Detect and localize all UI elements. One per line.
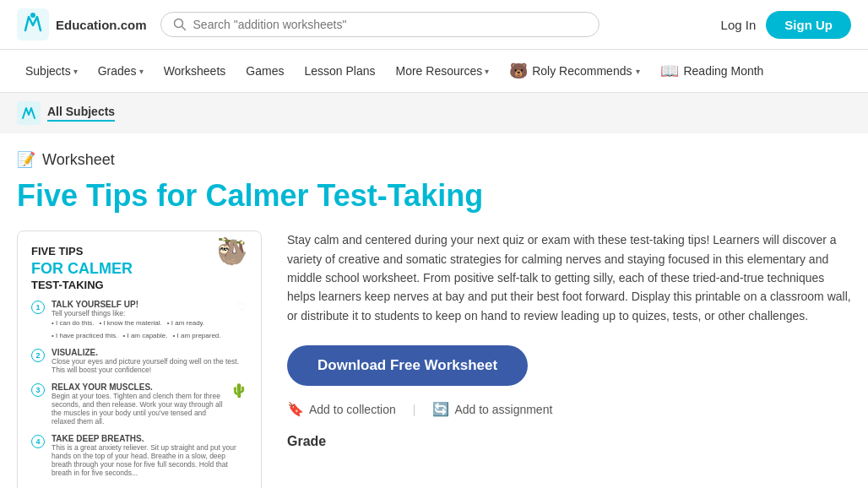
breadcrumb-icon [17,101,41,125]
roly-icon: 🐻 [509,62,528,80]
subjects-arrow-icon: ▾ [73,67,78,76]
breadcrumb-bar: All Subjects [0,93,868,133]
site-header: Education.com Log In Sign Up [0,0,868,50]
download-button[interactable]: Download Free Worksheet [287,345,528,386]
preview-card: 🦥 FIVE TIPS FOR CALMER TEST-TAKING 1 TAL… [17,230,262,488]
signup-button[interactable]: Sign Up [766,11,851,39]
site-logo[interactable]: Education.com [17,8,147,41]
header-actions: Log In Sign Up [721,11,851,39]
nav-more-resources[interactable]: More Resources ▾ [387,52,497,89]
main-content: 📝 Worksheet Five Tips for Calmer Test-Ta… [0,133,868,488]
preview-item-4-sub: This is a great anxiety reliever. Sit up… [52,443,247,477]
more-resources-arrow-icon: ▾ [485,67,489,76]
worksheet-icon: 📝 [17,150,35,169]
breadcrumb-label[interactable]: All Subjects [47,105,115,122]
preview-item-1-sub: Tell yourself things like: [52,309,230,317]
right-content: Stay calm and centered during your next … [287,230,851,488]
nav-subjects[interactable]: Subjects ▾ [17,52,86,89]
preview-item-4: 4 TAKE DEEP BREATHS. This is a great anx… [31,434,247,477]
add-to-assignment-label: Add to assignment [454,403,552,416]
preview-item-1: 1 TALK YOURSELF UP! Tell yourself things… [31,300,247,339]
grade-label: Grade [287,434,851,449]
preview-item-3-title: RELAX YOUR MUSCLES. [52,382,224,392]
add-to-collection-label: Add to collection [309,403,396,416]
nav-reading-month[interactable]: 📖 Reading Month [652,50,772,92]
search-bar[interactable] [160,12,599,37]
preview-item-2-title: VISUALIZE. [52,348,247,357]
action-divider: | [413,403,416,416]
logo-text: Education.com [56,18,147,32]
collection-icon: 🔖 [287,401,304,417]
nav-lesson-plans[interactable]: Lesson Plans [296,52,383,89]
description-text: Stay calm and centered during your next … [287,230,851,325]
sloth-icon: 🦥 [216,236,247,266]
search-icon [173,18,187,31]
action-links: 🔖 Add to collection | 🔄 Add to assignmen… [287,401,851,417]
add-to-collection-link[interactable]: 🔖 Add to collection [287,401,396,417]
resource-type-label: 📝 Worksheet [17,150,851,169]
svg-point-1 [30,13,35,18]
page-title: Five Tips for Calmer Test-Taking [17,177,851,214]
login-button[interactable]: Log In [721,18,757,32]
preview-item-3: 3 RELAX YOUR MUSCLES. Begin at your toes… [31,382,247,426]
assignment-icon: 🔄 [432,401,449,417]
main-nav: Subjects ▾ Grades ▾ Worksheets Games Les… [0,50,868,93]
preview-item-1-bullets: • I can do this. • I know the material. … [52,319,230,339]
preview-title: FIVE TIPS FOR CALMER TEST-TAKING [31,245,247,293]
resource-type-text: Worksheet [42,151,115,169]
reading-icon: 📖 [660,62,679,80]
nav-roly-recommends[interactable]: 🐻 Roly Recommends ▾ [501,50,648,92]
roly-arrow-icon: ▾ [636,67,640,76]
svg-line-3 [182,27,185,30]
preview-item-1-title: TALK YOURSELF UP! [52,300,230,309]
nav-grades[interactable]: Grades ▾ [90,52,152,89]
preview-item-2: 2 VISUALIZE. Close your eyes and picture… [31,348,247,374]
preview-item-4-title: TAKE DEEP BREATHS. [52,434,247,443]
content-area: 🦥 FIVE TIPS FOR CALMER TEST-TAKING 1 TAL… [17,230,851,488]
preview-item-2-sub: Close your eyes and picture yourself doi… [52,357,247,374]
nav-games[interactable]: Games [237,52,292,89]
preview-item-3-sub: Begin at your toes. Tighten and clench t… [52,392,224,426]
grades-arrow-icon: ▾ [139,67,144,76]
worksheet-preview: 🦥 FIVE TIPS FOR CALMER TEST-TAKING 1 TAL… [17,230,262,488]
add-to-assignment-link[interactable]: 🔄 Add to assignment [432,401,552,417]
search-input[interactable] [193,18,587,31]
nav-worksheets[interactable]: Worksheets [155,52,235,89]
